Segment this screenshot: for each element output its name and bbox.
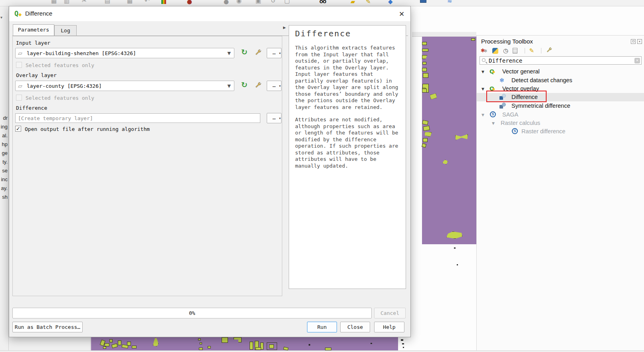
- map-polygon: [199, 348, 203, 350]
- toolbar-icon[interactable]: ▣: [256, 0, 261, 4]
- map-polygon: [422, 89, 427, 93]
- panel-title: Processing Toolbox: [481, 38, 533, 45]
- toolbar-swirl-icon[interactable]: ≋: [447, 0, 452, 4]
- help-button[interactable]: Help: [374, 322, 404, 332]
- tree-item-symmetrical-difference[interactable]: Symmetrical difference: [477, 102, 644, 110]
- iterate-over-layer-icon[interactable]: ↻: [239, 47, 250, 58]
- toolbar-binoculars-icon[interactable]: oo: [319, 0, 326, 4]
- toolbar-label-icon[interactable]: ▰: [351, 0, 355, 5]
- map-polygon: [422, 49, 428, 51]
- tree-item-vector-general[interactable]: ▼ Q Vector general: [477, 67, 644, 76]
- edit-features-icon[interactable]: ✎: [529, 47, 534, 54]
- tab-log[interactable]: Log: [54, 25, 77, 36]
- collapse-icon[interactable]: ▼: [492, 121, 495, 125]
- toolbar-icon[interactable]: ↶: [145, 0, 150, 4]
- close-icon[interactable]: ✕: [397, 10, 406, 18]
- layer-name-fragment: al.: [0, 132, 8, 138]
- input-layer-browse-button[interactable]: …▾: [267, 48, 281, 58]
- collapse-help-icon[interactable]: ▶: [283, 26, 286, 30]
- toolbar-icon[interactable]: ↺: [271, 0, 276, 4]
- log-file-icon[interactable]: [513, 48, 517, 53]
- toolbar-marker-icon[interactable]: ●: [187, 0, 192, 5]
- cancel-button[interactable]: Cancel: [374, 308, 406, 318]
- toolbar-icon[interactable]: ●: [224, 0, 229, 5]
- help-title: Difference: [295, 29, 351, 38]
- toolbar-drop-icon[interactable]: ◆: [388, 0, 393, 5]
- map-mark: [371, 343, 372, 344]
- chevron-down-icon[interactable]: ▾: [0, 15, 2, 20]
- float-panel-icon[interactable]: [631, 39, 636, 44]
- qgis-logo-icon: Q: [14, 10, 22, 18]
- separator: [525, 48, 525, 53]
- toolbar-icon[interactable]: ✂: [82, 0, 87, 4]
- layer-name-fragment: ing: [0, 124, 8, 130]
- map-polygon: [132, 346, 137, 348]
- output-label: Difference: [16, 105, 47, 111]
- models-icon[interactable]: ✱✻: [481, 47, 488, 54]
- symmetrical-difference-icon: [499, 103, 506, 109]
- map-polygon: [455, 134, 468, 140]
- map-polygon: [325, 348, 331, 350]
- close-button[interactable]: Close: [340, 322, 370, 332]
- toolbar-pencil-icon[interactable]: ✎: [366, 0, 371, 5]
- layer-name-fragment: hp: [0, 141, 8, 147]
- iterate-over-layer-icon[interactable]: ↻: [239, 80, 250, 91]
- toolbar-eye-icon[interactable]: ◉: [236, 0, 242, 4]
- toolbar-icon[interactable]: ▤: [105, 0, 110, 4]
- tree-item-saga[interactable]: ▼ S SAGA: [477, 111, 644, 119]
- overlay-layer-combo[interactable]: ▱ layer-county [EPSG:4326] ▼: [15, 81, 234, 91]
- run-button[interactable]: Run: [307, 322, 337, 332]
- input-layer-combo[interactable]: ▱ layer-building-shenzhen [EPSG:4326] ▼: [15, 48, 234, 58]
- close-panel-icon[interactable]: ×: [637, 39, 642, 44]
- map-mark: [457, 264, 458, 265]
- help-paragraph: This algorithm extracts features from th…: [295, 45, 402, 111]
- toolbar-icon[interactable]: ▦: [51, 0, 57, 4]
- layers-panel-bottom: [9, 337, 91, 350]
- map-polygon: [283, 347, 288, 350]
- map-canvas-right[interactable]: [422, 37, 476, 244]
- dialog-titlebar[interactable]: Q Difference ✕: [9, 6, 410, 21]
- overlay-layer-label: Overlay layer: [16, 72, 57, 78]
- layer-name-fragment: inc: [0, 176, 8, 182]
- map-polygon: [424, 131, 432, 137]
- python-icon[interactable]: [492, 48, 498, 54]
- toolbar-icon[interactable]: ▥: [64, 0, 69, 4]
- overlay-layer-browse-button[interactable]: …▾: [267, 81, 281, 91]
- advanced-options-wrench-icon[interactable]: [253, 49, 263, 59]
- toolbar-icon[interactable]: ▦: [127, 0, 133, 4]
- collapse-icon[interactable]: ▼: [482, 87, 484, 91]
- map-polygon: [234, 337, 242, 342]
- toolbar-remnant: [412, 32, 476, 37]
- open-output-label: Open output file after running algorithm: [25, 126, 150, 132]
- output-browse-button[interactable]: …▾: [267, 113, 281, 123]
- collapse-icon[interactable]: ▼: [482, 70, 484, 74]
- layer-name-fragment: dr: [0, 115, 8, 121]
- search-value: Difference: [489, 57, 522, 64]
- collapse-icon[interactable]: ▼: [482, 113, 484, 117]
- toolbar-icon[interactable]: ▢: [284, 0, 290, 4]
- tree-item-raster-difference[interactable]: S Raster difference: [477, 127, 644, 136]
- tab-parameters[interactable]: Parameters: [13, 24, 54, 36]
- map-polygon: [471, 38, 475, 41]
- status-bar: [0, 350, 644, 352]
- layer-name-fragment: ay.: [0, 185, 8, 191]
- run-as-batch-button[interactable]: Run as Batch Process…: [12, 322, 83, 332]
- tree-item-detect-dataset-changes[interactable]: ✻ Detect dataset changes: [477, 76, 644, 85]
- main-toolbar: ▦ ▥ ✂ ▤ ▦ ↶ ● ● ◉ ▣ ↺ ▢ oo ▰ ✎ ◆ ≋: [0, 0, 644, 6]
- advanced-options-wrench-icon[interactable]: [253, 81, 263, 92]
- toolbar-chart-icon[interactable]: [161, 0, 166, 4]
- map-canvas-bottom[interactable]: [91, 337, 398, 350]
- toolbar-rect-icon[interactable]: [420, 0, 426, 3]
- toolbox-search-input[interactable]: Difference ×: [480, 56, 642, 65]
- options-wrench-icon[interactable]: [546, 47, 552, 55]
- output-path-field[interactable]: [Create temporary layer]: [15, 113, 260, 123]
- overlay-selected-only-checkbox[interactable]: [16, 95, 22, 101]
- tree-item-raster-calculus[interactable]: ▼ Raster calculus: [477, 119, 644, 127]
- map-polygon: [422, 68, 427, 71]
- history-icon[interactable]: ◷: [503, 47, 508, 54]
- clear-search-icon[interactable]: ×: [634, 58, 640, 63]
- toolbox-toolbar: ✱✻ ◷ ✎: [481, 47, 555, 55]
- open-output-checkbox[interactable]: ✓: [15, 126, 21, 132]
- input-selected-only-checkbox[interactable]: [16, 62, 22, 68]
- map-polygon: [153, 338, 159, 346]
